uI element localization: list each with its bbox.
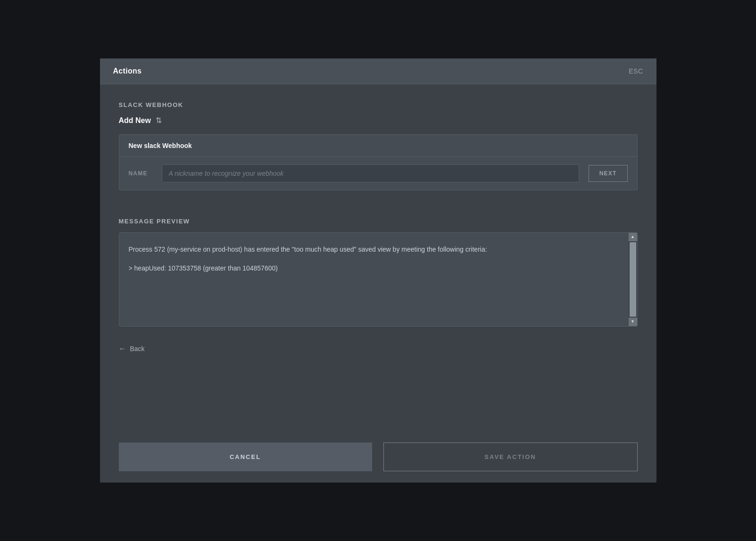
modal-body: SLACK WEBHOOK Add New ⇅ New slack Webhoo… <box>100 84 656 431</box>
back-link[interactable]: ← Back <box>119 344 638 353</box>
preview-line-2: > heapUsed: 107353758 (greater than 1048… <box>129 263 618 274</box>
add-new-label: Add New <box>119 116 151 125</box>
back-arrow-icon: ← <box>119 344 126 353</box>
save-action-button[interactable]: SAVE ACTION <box>383 443 638 471</box>
modal-title: Actions <box>113 67 142 75</box>
webhook-name-input[interactable] <box>162 164 579 182</box>
webhook-card-header: New slack Webhook <box>119 135 637 157</box>
name-field-label: NAME <box>129 170 152 177</box>
preview-text: Process 572 (my-service on prod-host) ha… <box>129 244 628 315</box>
scroll-thumb[interactable] <box>630 242 636 317</box>
scroll-down-arrow[interactable]: ▼ <box>629 318 637 326</box>
esc-button[interactable]: ESC <box>629 67 643 75</box>
add-new-row: Add New ⇅ <box>119 116 638 125</box>
cancel-button[interactable]: CANCEL <box>119 443 372 471</box>
webhook-card-title: New slack Webhook <box>129 142 192 149</box>
webhook-card-body: NAME NEXT <box>119 157 637 190</box>
modal-footer: CANCEL SAVE ACTION <box>100 431 656 483</box>
webhook-card: New slack Webhook NAME NEXT <box>119 134 638 190</box>
slack-webhook-label: SLACK WEBHOOK <box>119 101 638 108</box>
sort-icon[interactable]: ⇅ <box>156 116 162 125</box>
preview-line-1: Process 572 (my-service on prod-host) ha… <box>129 244 618 255</box>
scrollbar-track: ▲ ▼ <box>629 233 637 326</box>
slack-webhook-section: SLACK WEBHOOK Add New ⇅ New slack Webhoo… <box>119 101 638 205</box>
scroll-up-arrow[interactable]: ▲ <box>629 233 637 241</box>
back-link-label: Back <box>130 345 145 352</box>
actions-modal: Actions ESC SLACK WEBHOOK Add New ⇅ New … <box>100 58 656 483</box>
preview-box: Process 572 (my-service on prod-host) ha… <box>119 232 638 327</box>
modal-header: Actions ESC <box>100 58 656 84</box>
next-button[interactable]: NEXT <box>589 165 628 182</box>
message-preview-section: MESSAGE PREVIEW Process 572 (my-service … <box>119 218 638 327</box>
message-preview-label: MESSAGE PREVIEW <box>119 218 638 225</box>
